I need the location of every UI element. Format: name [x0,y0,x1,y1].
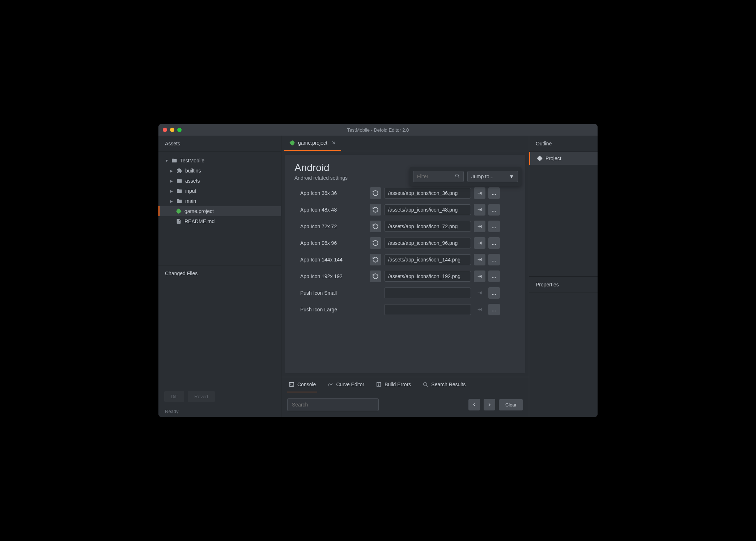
minimize-window-button[interactable] [170,128,174,132]
filter-input[interactable] [417,174,450,179]
clear-button[interactable]: Clear [499,399,523,410]
document-icon [176,218,182,224]
tree-item-assets[interactable]: ▶ assets [158,176,281,186]
prev-button[interactable] [468,399,480,410]
reset-button[interactable] [370,254,381,265]
chevron-right-icon: ▶ [170,189,174,193]
property-input[interactable] [384,221,471,232]
right-panel: Outline Project Properties [529,136,598,417]
reset-button[interactable] [370,221,381,232]
property-input[interactable] [384,204,471,215]
console-search-wrapper[interactable] [287,398,379,411]
editor-tabs: game.project ✕ [281,136,529,151]
changed-files-body [158,281,281,387]
gear-icon [176,208,182,214]
property-label: App Icon 144x 144 [294,257,367,263]
outline-item-project[interactable]: Project [529,152,598,165]
property-label: App Icon 48x 48 [294,207,367,213]
browse-button[interactable]: … [488,204,500,216]
tree-label: builtins [185,168,201,174]
property-label: Push Icon Small [294,290,367,296]
next-button[interactable] [484,399,495,410]
tree-item-builtins[interactable]: ▶ builtins [158,166,281,176]
properties-body [529,293,598,417]
revert-button[interactable]: Revert [188,391,215,402]
browse-button[interactable]: … [488,270,500,282]
property-label: App Icon 36x 36 [294,190,367,196]
folder-icon [177,178,182,184]
property-label: Push Icon Large [294,307,367,312]
property-row: App Icon 144x 144 … [294,254,516,265]
properties-header: Properties [529,276,598,293]
console-icon [289,382,294,387]
property-input[interactable] [384,287,471,298]
search-icon [455,173,460,180]
svg-point-0 [455,174,458,177]
jump-label: Jump to... [471,174,493,179]
browse-button[interactable]: … [488,304,500,315]
svg-point-22 [379,385,379,386]
folder-icon [177,198,182,204]
property-input[interactable] [384,271,471,282]
editor-window: TestMobile - Defold Editor 2.0 Assets ▼ … [158,124,598,417]
tree-item-readme[interactable]: README.md [158,216,281,226]
tree-item-root[interactable]: ▼ TestMobile [158,156,281,166]
tree-item-main[interactable]: ▶ main [158,196,281,206]
goto-button[interactable] [474,304,485,315]
property-row: App Icon 96x 96 … [294,237,516,249]
property-input[interactable] [384,188,471,199]
close-window-button[interactable] [163,128,167,132]
browse-button[interactable]: … [488,221,500,232]
reset-button[interactable] [370,204,381,216]
property-input[interactable] [384,254,471,265]
tab-curve-editor[interactable]: Curve Editor [326,377,366,392]
changed-files-header: Changed Files [158,265,281,281]
goto-button[interactable] [474,221,485,232]
folder-icon [171,158,177,163]
tab-game-project[interactable]: game.project ✕ [284,136,341,151]
chevron-down-icon: ▼ [165,159,169,163]
filter-input-wrapper[interactable] [413,171,464,182]
property-row: Push Icon Large … [294,304,516,315]
puzzle-icon [177,168,182,174]
goto-button[interactable] [474,237,485,249]
console-panel: Clear [281,392,529,417]
property-row: App Icon 36x 36 … [294,187,516,199]
window-title: TestMobile - Defold Editor 2.0 [347,127,409,133]
reset-button[interactable] [370,187,381,199]
tree-item-input[interactable]: ▶ input [158,186,281,196]
outline-header: Outline [529,136,598,152]
console-search-input[interactable] [292,402,374,408]
left-panel: Assets ▼ TestMobile ▶ builtins ▶ assets [158,136,281,417]
browse-button[interactable]: … [488,187,500,199]
reset-button[interactable] [370,237,381,249]
goto-button[interactable] [474,270,485,282]
search-icon [422,382,428,387]
goto-button[interactable] [474,187,485,199]
tab-build-errors[interactable]: Build Errors [374,377,412,392]
property-row: App Icon 192x 192 … [294,270,516,282]
property-input[interactable] [384,238,471,248]
reset-button[interactable] [370,270,381,282]
chevron-down-icon: ▼ [509,174,514,179]
property-row: Push Icon Small … [294,287,516,299]
maximize-window-button[interactable] [177,128,182,132]
close-icon[interactable]: ✕ [332,140,336,146]
tab-console[interactable]: Console [287,377,317,392]
property-input[interactable] [384,304,471,315]
jump-dropdown[interactable]: Jump to... ▼ [467,171,518,182]
property-row: App Icon 72x 72 … [294,221,516,232]
diff-button[interactable]: Diff [164,391,184,402]
property-label: App Icon 96x 96 [294,240,367,246]
browse-button[interactable]: … [488,237,500,249]
browse-button[interactable]: … [488,254,500,265]
goto-button[interactable] [474,287,485,299]
goto-button[interactable] [474,204,485,216]
tab-search-results[interactable]: Search Results [421,377,467,392]
tree-label: game.project [184,208,214,214]
property-label: App Icon 192x 192 [294,273,367,279]
tree-item-game-project[interactable]: game.project [158,206,281,216]
property-label: App Icon 72x 72 [294,223,367,229]
browse-button[interactable]: … [488,287,500,299]
goto-button[interactable] [474,254,485,265]
